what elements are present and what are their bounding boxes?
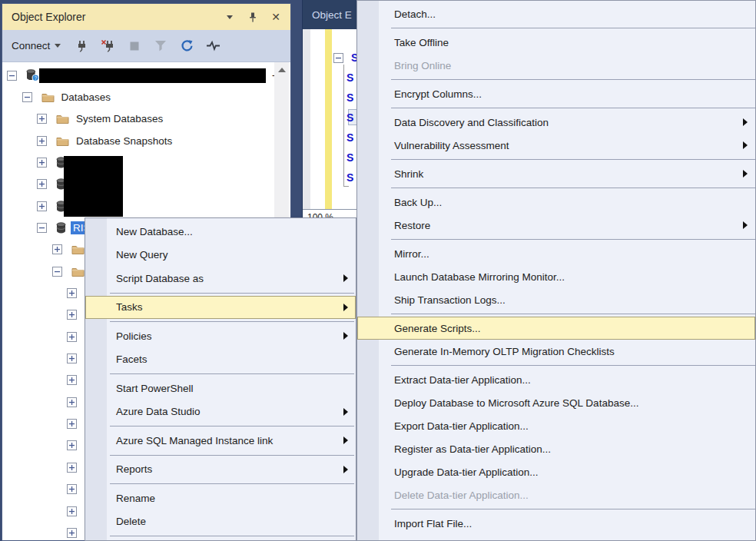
menu-item-launch-database-mirroring-monitor[interactable]: Launch Database Mirroring Monitor... — [357, 265, 755, 288]
menu-separator — [391, 28, 755, 28]
close-button[interactable]: ✕ — [269, 10, 283, 24]
collapse-expander[interactable] — [7, 71, 22, 81]
collapse-expander[interactable] — [52, 267, 67, 277]
menu-item-register-as-data-tier-application[interactable]: Register as Data-tier Application... — [357, 437, 755, 460]
filter-icon — [154, 40, 167, 51]
expand-expander[interactable] — [67, 506, 81, 516]
tree-item-databases[interactable]: Databases — [2, 86, 275, 108]
menu-item-new-query[interactable]: New Query — [85, 244, 356, 267]
pin-button[interactable] — [246, 10, 260, 24]
menu-item-rename[interactable]: Rename — [85, 486, 356, 510]
expand-expander[interactable] — [67, 310, 81, 320]
tree-item-system-databases[interactable]: System Databases — [2, 108, 275, 130]
refresh-button[interactable] — [177, 37, 196, 55]
tree-item[interactable] — [2, 174, 275, 195]
connect-button[interactable]: Connect — [12, 40, 61, 51]
menu-item-export-data-tier-application[interactable]: Export Data-tier Application... — [357, 414, 755, 437]
expand-expander[interactable] — [67, 353, 81, 363]
sql-keyword: S — [346, 91, 353, 104]
menu-separator — [391, 79, 755, 80]
expand-expander[interactable] — [67, 332, 81, 342]
tasks-submenu: Detach...Take OfflineBring OnlineEncrypt… — [356, 0, 756, 541]
object-explorer-toolbar: Connect — [2, 30, 290, 62]
expand-expander[interactable] — [67, 484, 81, 494]
tree-item[interactable] — [2, 195, 275, 217]
expand-expander[interactable] — [67, 463, 81, 473]
expand-expander[interactable] — [67, 440, 81, 450]
menu-item-import-flat-file[interactable]: Import Flat File... — [357, 512, 755, 535]
code-line[interactable]: S — [333, 148, 353, 168]
code-line[interactable]: S — [333, 68, 353, 88]
menu-item-tasks[interactable]: Tasks — [85, 296, 356, 320]
code-line[interactable]: S — [333, 88, 353, 108]
menu-item-upgrade-data-tier-application[interactable]: Upgrade Data-tier Application... — [357, 460, 755, 483]
expand-expander[interactable] — [67, 288, 81, 298]
activity-icon — [206, 40, 220, 51]
menu-item-policies[interactable]: Policies — [85, 324, 356, 348]
code-line[interactable]: S — [333, 128, 353, 148]
menu-item-label: Azure SQL Managed Instance link — [116, 435, 273, 446]
collapse-expander[interactable] — [22, 92, 37, 102]
tree-item-database-snapshots[interactable]: Database Snapshots — [2, 130, 275, 151]
menu-item-take-offline[interactable]: Take Offline — [357, 31, 755, 54]
menu-item-encrypt-columns[interactable]: Encrypt Columns... — [357, 82, 755, 105]
expand-expander[interactable] — [67, 397, 81, 407]
object-explorer-titlebar[interactable]: Object Explorer ✕ — [2, 4, 290, 30]
menu-item-start-powershell[interactable]: Start PowerShell — [85, 377, 356, 400]
expand-expander[interactable] — [37, 158, 51, 168]
connect-server-button[interactable] — [73, 37, 91, 55]
scroll-up-button[interactable] — [274, 62, 289, 77]
menu-item-generate-scripts[interactable]: Generate Scripts... — [357, 317, 755, 340]
menu-item-detach[interactable]: Detach... — [357, 2, 755, 25]
expand-expander[interactable] — [67, 375, 81, 385]
menu-item-vulnerability-assessment[interactable]: Vulnerability Assessment — [357, 134, 755, 157]
menu-item-restore[interactable]: Restore — [357, 214, 755, 237]
submenu-arrow-icon — [343, 274, 348, 282]
submenu-arrow-icon — [343, 436, 348, 444]
menu-item-shrink[interactable]: Shrink — [357, 162, 755, 185]
expand-expander[interactable] — [37, 136, 51, 146]
menu-item-azure-data-studio[interactable]: Azure Data Studio — [85, 400, 356, 424]
menu-item-label: Azure Data Studio — [116, 406, 201, 417]
menu-item-extract-data-tier-application[interactable]: Extract Data-tier Application... — [357, 368, 755, 391]
expand-expander[interactable] — [37, 201, 51, 211]
menu-item-label: Delete — [116, 516, 146, 527]
expand-expander[interactable] — [67, 419, 81, 429]
connect-icon — [75, 39, 89, 53]
expand-expander[interactable] — [67, 528, 81, 538]
menu-item-generate-in-memory-oltp-migration-checklists[interactable]: Generate In-Memory OLTP Migration Checkl… — [357, 340, 755, 363]
menu-item-deploy-database-to-microsoft-azure-sql-database[interactable]: Deploy Database to Microsoft Azure SQL D… — [357, 391, 755, 414]
menu-item-new-database[interactable]: New Database... — [85, 220, 356, 244]
menu-item-label: New Database... — [116, 226, 193, 237]
database-context-menu: New Database...New QueryScript Database … — [85, 217, 356, 541]
code-line[interactable]: S — [333, 108, 353, 128]
code-line[interactable]: S — [333, 168, 353, 188]
tree-item[interactable] — [2, 151, 275, 173]
menu-item-label: Launch Database Mirroring Monitor... — [394, 271, 565, 283]
menu-item-label: Back Up... — [394, 197, 442, 208]
menu-item-label: Take Offline — [394, 37, 449, 48]
menu-item-delete[interactable]: Delete — [85, 510, 356, 534]
tree-item-label: Databases — [59, 91, 114, 104]
menu-separator — [110, 426, 354, 426]
menu-item-back-up[interactable]: Back Up... — [357, 191, 755, 214]
collapse-expander[interactable] — [37, 223, 51, 233]
menu-item-data-discovery-and-classification[interactable]: Data Discovery and Classification — [357, 111, 755, 134]
expand-expander[interactable] — [37, 179, 51, 189]
code-collapse-expander[interactable] — [333, 53, 348, 63]
window-position-button[interactable] — [223, 10, 237, 24]
menu-separator — [110, 373, 354, 374]
menu-item-mirror[interactable]: Mirror... — [357, 242, 755, 265]
menu-item-label: Tasks — [116, 301, 143, 313]
connect-label: Connect — [12, 40, 50, 51]
menu-item-facets[interactable]: Facets — [85, 348, 356, 372]
menu-item-azure-sql-managed-instance-link[interactable]: Azure SQL Managed Instance link — [85, 429, 356, 453]
disconnect-button[interactable] — [99, 37, 118, 55]
menu-item-reports[interactable]: Reports — [85, 458, 356, 482]
expand-expander[interactable] — [52, 244, 67, 254]
activity-monitor-button[interactable] — [204, 37, 222, 55]
menu-item-script-database-as[interactable]: Script Database as — [85, 267, 356, 290]
expand-expander[interactable] — [37, 114, 51, 124]
menu-item-ship-transaction-logs[interactable]: Ship Transaction Logs... — [357, 288, 755, 311]
code-line[interactable]: S — [333, 48, 358, 68]
